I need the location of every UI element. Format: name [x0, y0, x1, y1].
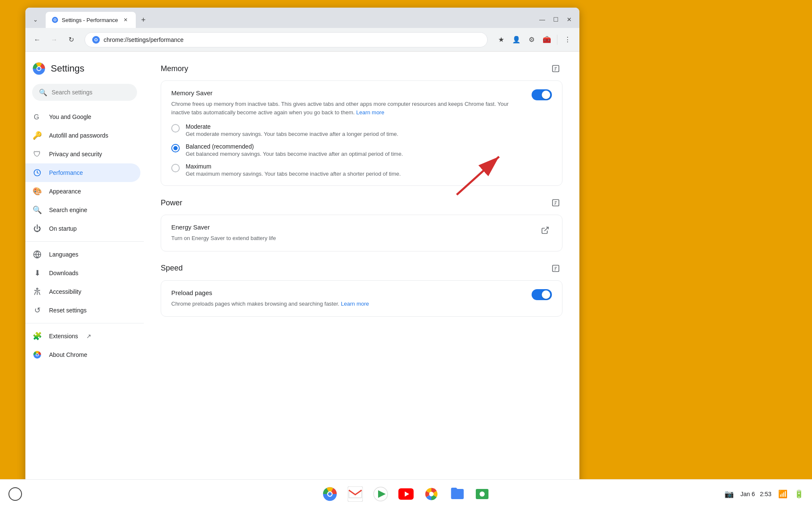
- taskbar-time: 2:53: [760, 491, 771, 497]
- url-text[interactable]: chrome://settings/performance: [104, 36, 480, 43]
- sidebar-item-languages[interactable]: Languages: [25, 245, 140, 264]
- preload-learn-more-link[interactable]: Learn more: [341, 301, 369, 307]
- speed-section-header: Speed: [161, 262, 562, 275]
- battery-icon: 🔋: [794, 489, 804, 499]
- sidebar-label-on-startup: On startup: [49, 225, 77, 232]
- taskbar-screenshot-icon[interactable]: 📷: [724, 489, 734, 499]
- forward-button[interactable]: →: [47, 33, 61, 47]
- maximum-desc: Get maximum memory savings. Your tabs be…: [186, 171, 401, 177]
- menu-button[interactable]: ⋮: [561, 33, 574, 47]
- power-info-button[interactable]: [549, 196, 562, 210]
- content-area: Memory Memory Saver Chrome frees up memo…: [144, 52, 579, 490]
- taskbar-date: Jan 6: [741, 491, 755, 497]
- sidebar-label-accessibility: Accessibility: [49, 288, 81, 295]
- taskbar-left: [8, 487, 22, 501]
- taskbar-photos-icon[interactable]: [421, 484, 442, 504]
- energy-saver-external-link[interactable]: [538, 224, 552, 237]
- taskbar-home-circle[interactable]: [8, 487, 22, 501]
- reload-button[interactable]: ↻: [64, 33, 78, 47]
- taskbar-files-icon[interactable]: [447, 484, 467, 504]
- taskbar-gmail-icon[interactable]: [345, 484, 365, 504]
- settings-title: Settings: [51, 63, 85, 74]
- speed-info-button[interactable]: [549, 262, 562, 275]
- sidebar-item-about-chrome[interactable]: About Chrome: [25, 345, 140, 364]
- address-bar[interactable]: chrome://settings/performance: [85, 32, 488, 47]
- maximize-button[interactable]: ☐: [550, 14, 562, 25]
- taskbar-screenshots-icon[interactable]: [472, 484, 492, 504]
- maximum-text: Maximum Get maximum memory savings. Your…: [186, 163, 401, 177]
- settings-header: Settings: [25, 58, 144, 84]
- taskbar-playstore-icon[interactable]: [370, 484, 391, 504]
- sidebar-label-search-engine: Search engine: [49, 207, 87, 213]
- taskbar-chrome-icon[interactable]: [320, 484, 340, 504]
- tab-dropdown-button[interactable]: ⌄: [30, 14, 41, 25]
- search-box[interactable]: 🔍: [32, 84, 137, 101]
- sidebar-item-search-engine[interactable]: 🔍 Search engine: [25, 201, 140, 219]
- bookmark-button[interactable]: ★: [494, 33, 508, 47]
- back-button[interactable]: ←: [30, 33, 44, 47]
- radio-option-balanced[interactable]: Balanced (recommended) Get balanced memo…: [171, 143, 552, 157]
- sidebar-item-you-and-google[interactable]: G You and Google: [25, 108, 140, 126]
- energy-saver-top-row: Energy Saver Turn on Energy Saver to ext…: [171, 224, 552, 243]
- moderate-radio[interactable]: [171, 124, 180, 133]
- browser-window: ⌄ Settings - Performance ✕ + — ☐ ✕ ← → ↻: [25, 8, 579, 490]
- taskbar-youtube-icon[interactable]: [396, 484, 416, 504]
- preload-pages-toggle[interactable]: [532, 289, 552, 300]
- radio-option-maximum[interactable]: Maximum Get maximum memory savings. Your…: [171, 163, 552, 177]
- sidebar-label-reset-settings: Reset settings: [49, 307, 87, 314]
- preload-pages-top-row: Preload pages Chrome preloads pages whic…: [171, 289, 552, 308]
- preload-pages-toggle-track[interactable]: [532, 289, 552, 300]
- moderate-desc: Get moderate memory savings. Your tabs b…: [186, 131, 398, 137]
- minimize-button[interactable]: —: [536, 14, 548, 25]
- profile-button[interactable]: 👤: [510, 33, 523, 47]
- energy-saver-card: Energy Saver Turn on Energy Saver to ext…: [161, 215, 562, 251]
- memory-section-title: Memory: [161, 64, 188, 73]
- svg-text:G: G: [34, 113, 39, 121]
- tab-title-label: Settings - Performance: [62, 17, 118, 23]
- sidebar-label-privacy: Privacy and security: [49, 151, 102, 157]
- sidebar-item-extensions[interactable]: 🧩 Extensions ↗: [25, 327, 140, 345]
- sidebar-item-autofill[interactable]: 🔑 Autofill and passwords: [25, 126, 140, 145]
- search-input[interactable]: [52, 89, 130, 96]
- memory-saver-top-row: Memory Saver Chrome frees up memory from…: [171, 89, 552, 116]
- sidebar-item-downloads[interactable]: ⬇ Downloads: [25, 264, 140, 282]
- sidebar-item-privacy[interactable]: 🛡 Privacy and security: [25, 145, 140, 163]
- performance-icon: [32, 168, 42, 178]
- sidebar-item-appearance[interactable]: 🎨 Appearance: [25, 182, 140, 201]
- tab-close-button[interactable]: ✕: [121, 16, 130, 24]
- speed-section-title: Speed: [161, 264, 183, 273]
- privacy-icon: 🛡: [32, 149, 42, 159]
- memory-info-button[interactable]: [549, 62, 562, 75]
- taskbar: 📷 Jan 6 2:53 📶 🔋: [0, 479, 812, 508]
- toolbar-divider: [557, 35, 557, 45]
- memory-saver-toggle-track[interactable]: [532, 89, 552, 100]
- svg-point-9: [37, 67, 41, 70]
- active-tab[interactable]: Settings - Performance ✕: [46, 12, 136, 28]
- new-tab-button[interactable]: +: [137, 14, 149, 26]
- memory-saver-card: Memory Saver Chrome frees up memory from…: [161, 80, 562, 186]
- svg-point-12: [36, 288, 38, 290]
- memory-learn-more-link[interactable]: Learn more: [356, 109, 384, 116]
- sidebar: Settings 🔍 G You and Google 🔑 Autofill a…: [25, 52, 144, 490]
- sidebar-item-reset-settings[interactable]: ↺ Reset settings: [25, 301, 140, 320]
- radio-option-moderate[interactable]: Moderate Get moderate memory savings. Yo…: [171, 123, 552, 137]
- sidebar-item-accessibility[interactable]: Accessibility: [25, 282, 140, 301]
- sidebar-item-on-startup[interactable]: ⏻ On startup: [25, 219, 140, 238]
- balanced-label: Balanced (recommended): [186, 143, 403, 150]
- svg-line-18: [544, 227, 548, 231]
- memory-saver-toggle[interactable]: [532, 89, 552, 100]
- maximum-radio[interactable]: [171, 164, 180, 172]
- memory-radio-options: Moderate Get moderate memory savings. Yo…: [171, 123, 552, 177]
- svg-point-24: [328, 492, 332, 496]
- close-button[interactable]: ✕: [563, 14, 575, 25]
- balanced-radio[interactable]: [171, 144, 180, 152]
- extensions-button[interactable]: ⚙: [525, 33, 538, 47]
- extensions2-button[interactable]: 🧰: [540, 33, 554, 47]
- preload-pages-title: Preload pages: [171, 289, 525, 296]
- about-chrome-icon: [32, 350, 42, 360]
- sidebar-item-performance[interactable]: Performance: [25, 163, 140, 182]
- svg-point-2: [54, 19, 56, 21]
- tab-left-controls: ⌄: [30, 14, 41, 28]
- power-section-title: Power: [161, 199, 182, 207]
- sidebar-label-extensions: Extensions: [49, 333, 78, 340]
